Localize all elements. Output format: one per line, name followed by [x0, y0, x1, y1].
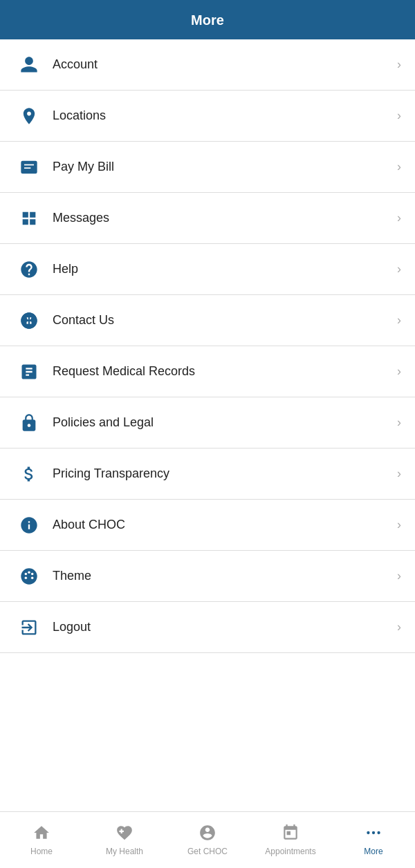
nav-label-my-health: My Health [106, 847, 143, 856]
chevron-icon-pricing: › [397, 466, 401, 481]
menu-label-pay-my-bill: Pay My Bill [53, 160, 397, 174]
bill-icon: line{stroke:#fff} [14, 158, 44, 177]
theme-icon [14, 567, 44, 586]
menu-item-logout[interactable]: Logout › [0, 602, 415, 653]
menu-item-help[interactable]: Help › [0, 244, 415, 295]
chevron-icon-about: › [397, 518, 401, 532]
appointments-nav-icon [282, 824, 299, 844]
nav-label-appointments: Appointments [265, 847, 315, 856]
menu-label-locations: Locations [53, 108, 397, 123]
menu-label-policies: Policies and Legal [53, 415, 397, 430]
menu-label-help: Help [53, 262, 397, 276]
my-health-nav-icon [116, 824, 133, 844]
lock-icon [14, 413, 44, 433]
nav-item-get-choc[interactable]: Get CHOC [166, 812, 249, 868]
logout-icon [14, 618, 44, 637]
svg-point-5 [28, 571, 30, 574]
messages-icon [14, 209, 44, 228]
home-nav-icon [33, 824, 50, 844]
svg-rect-0 [21, 160, 37, 173]
menu-item-pay-my-bill[interactable]: line{stroke:#fff} Pay My Bill › [0, 142, 415, 193]
nav-item-home[interactable]: Home [0, 812, 83, 868]
menu-label-about: About CHOC [53, 518, 397, 532]
nav-label-more: More [364, 847, 382, 856]
svg-point-3 [21, 568, 37, 584]
page-header: More [0, 0, 415, 39]
pricing-icon [14, 464, 44, 484]
nav-label-get-choc: Get CHOC [187, 847, 228, 856]
chevron-icon-help: › [397, 262, 401, 276]
menu-label-medical-records: Request Medical Records [53, 364, 397, 379]
menu-item-contact-us[interactable]: Contact Us › [0, 295, 415, 346]
menu-label-account: Account [53, 57, 397, 72]
menu-label-contact-us: Contact Us [53, 313, 397, 328]
nav-item-my-health[interactable]: My Health [83, 812, 166, 868]
person-icon [14, 55, 44, 75]
nav-item-more[interactable]: More [332, 812, 415, 868]
chevron-icon-medical-records: › [397, 364, 401, 379]
menu-item-account[interactable]: Account › [0, 39, 415, 91]
menu-item-locations[interactable]: Locations › [0, 91, 415, 142]
menu-label-pricing: Pricing Transparency [53, 466, 397, 481]
menu-item-messages[interactable]: Messages › [0, 193, 415, 244]
chevron-icon-policies: › [397, 415, 401, 430]
location-icon [14, 106, 44, 126]
menu-label-theme: Theme [53, 569, 397, 583]
chevron-icon-logout: › [397, 620, 401, 634]
nav-label-home: Home [30, 847, 53, 856]
info-icon [14, 516, 44, 535]
chevron-icon-contact-us: › [397, 313, 401, 328]
chevron-icon-messages: › [397, 211, 401, 225]
svg-point-6 [31, 572, 34, 575]
header-title: More [191, 12, 224, 28]
chevron-icon-pay-my-bill: › [397, 160, 401, 174]
more-nav-icon [365, 824, 382, 844]
contact-icon [14, 311, 44, 330]
bottom-nav: Home My Health Get CHOC Appointments Mor… [0, 811, 415, 868]
nav-item-appointments[interactable]: Appointments [249, 812, 332, 868]
chevron-icon-locations: › [397, 108, 401, 123]
menu-item-about[interactable]: About CHOC › [0, 500, 415, 551]
menu-list: Account › Locations › line{stroke:#fff} … [0, 39, 415, 811]
svg-point-10 [372, 831, 375, 834]
menu-item-pricing[interactable]: Pricing Transparency › [0, 449, 415, 500]
svg-point-9 [367, 831, 369, 834]
menu-label-messages: Messages [53, 211, 397, 225]
menu-item-theme[interactable]: Theme › [0, 551, 415, 602]
chevron-icon-account: › [397, 57, 401, 72]
menu-label-logout: Logout [53, 620, 397, 634]
svg-point-4 [25, 572, 28, 575]
menu-item-policies[interactable]: Policies and Legal › [0, 397, 415, 449]
menu-item-medical-records[interactable]: Request Medical Records › [0, 346, 415, 397]
chevron-icon-theme: › [397, 569, 401, 583]
svg-point-8 [25, 576, 28, 579]
svg-point-7 [31, 576, 34, 579]
get-choc-nav-icon [199, 824, 216, 844]
question-icon [14, 260, 44, 279]
records-icon [14, 362, 44, 381]
svg-point-11 [377, 831, 380, 834]
